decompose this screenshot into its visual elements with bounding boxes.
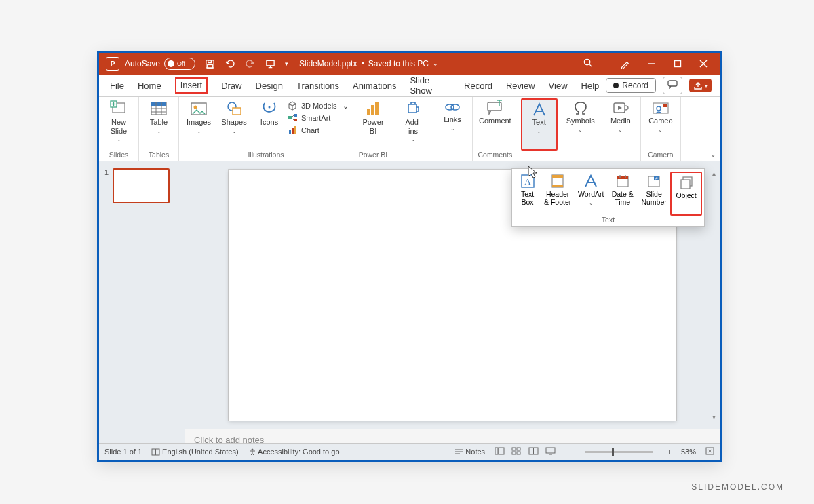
tab-draw[interactable]: Draw <box>214 75 248 96</box>
qat-more-icon[interactable]: ▾ <box>285 60 288 67</box>
notes-toggle[interactable]: Notes <box>454 448 485 456</box>
normal-view-icon[interactable] <box>495 447 505 457</box>
powerbi-button[interactable]: Power BI <box>356 98 390 148</box>
chart-button[interactable]: Chart <box>288 125 350 135</box>
title-dropdown-icon[interactable]: ⌄ <box>433 60 438 67</box>
svg-rect-32 <box>294 126 296 134</box>
svg-line-29 <box>292 118 294 120</box>
svg-rect-54 <box>517 448 520 450</box>
object-button[interactable]: Object <box>670 172 702 216</box>
svg-rect-70 <box>617 176 628 179</box>
tab-transitions[interactable]: Transitions <box>290 75 346 96</box>
search-icon[interactable] <box>583 58 593 70</box>
maximize-button[interactable] <box>674 60 682 68</box>
table-icon <box>150 100 168 117</box>
addins-icon <box>404 100 422 117</box>
addins-button[interactable]: Add- ins⌄ <box>396 98 430 148</box>
dropdown-group-label: Text <box>512 216 704 226</box>
symbols-button[interactable]: Symbols⌄ <box>563 98 598 148</box>
zoom-slider[interactable] <box>585 451 653 453</box>
filename: SlideModel.pptx <box>299 59 357 69</box>
table-button[interactable]: Table⌄ <box>142 98 176 148</box>
text-dropdown-button[interactable]: Text⌄ <box>521 98 558 151</box>
vertical-scrollbar[interactable]: ▴▾ <box>710 170 718 421</box>
images-button[interactable]: Images⌄ <box>182 98 216 148</box>
slideshow-view-icon[interactable] <box>545 447 556 457</box>
autosave-toggle[interactable]: AutoSave Off <box>125 58 195 70</box>
mouse-cursor-icon <box>527 165 539 180</box>
smartart-button[interactable]: SmartArt <box>288 113 350 123</box>
tab-slideshow[interactable]: Slide Show <box>403 75 457 96</box>
tab-home[interactable]: Home <box>131 75 168 96</box>
wordart-icon <box>583 174 598 189</box>
text-icon <box>531 102 547 117</box>
ribbon-group-illustrations: Images⌄ Shapes⌄ Icons 3D Models⌄ SmartAr… <box>179 97 353 161</box>
pen-icon[interactable] <box>620 59 630 69</box>
sorter-view-icon[interactable] <box>511 447 522 457</box>
shapes-button[interactable]: Shapes⌄ <box>217 98 251 148</box>
autosave-label: AutoSave <box>125 59 160 69</box>
toggle-switch[interactable]: Off <box>164 58 195 70</box>
comment-icon <box>486 100 505 115</box>
svg-rect-35 <box>375 102 379 115</box>
redo-icon[interactable] <box>245 59 256 69</box>
slide-thumbnail-1[interactable]: 1 <box>104 168 179 203</box>
quick-access-toolbar: ▾ <box>205 59 288 69</box>
share-button[interactable]: ▾ <box>689 79 712 92</box>
3d-models-button[interactable]: 3D Models⌄ <box>288 101 350 111</box>
app-icon: P <box>106 57 119 71</box>
status-bar: Slide 1 of 1 English (United States) Acc… <box>99 443 720 460</box>
cameo-button[interactable]: Cameo⌄ <box>644 98 678 148</box>
media-button[interactable]: Media⌄ <box>604 98 638 148</box>
close-button[interactable] <box>699 60 708 68</box>
tab-insert[interactable]: Insert <box>168 75 215 96</box>
title-bar: P AutoSave Off ▾ SlideModel.pptx • Saved… <box>99 53 720 75</box>
tab-file[interactable]: File <box>103 75 131 96</box>
object-icon <box>679 175 694 190</box>
autosave-state: Off <box>177 60 185 67</box>
svg-rect-6 <box>675 61 681 67</box>
tab-animations[interactable]: Animations <box>346 75 403 96</box>
date-time-button[interactable]: Date & Time <box>607 172 638 216</box>
title-text: SlideModel.pptx • Saved to this PC ⌄ <box>299 59 438 69</box>
ribbon-group-slides: New Slide⌄ Slides <box>99 97 139 161</box>
minimize-button[interactable] <box>648 60 656 68</box>
svg-rect-9 <box>668 81 677 86</box>
saved-state: Saved to this PC <box>368 59 429 69</box>
svg-rect-25 <box>288 116 292 119</box>
ribbon-group-links: Links⌄ <box>433 97 473 161</box>
tab-design[interactable]: Design <box>249 75 290 96</box>
comment-button[interactable]: Comment <box>476 98 515 148</box>
undo-icon[interactable] <box>225 59 235 69</box>
record-button[interactable]: Record <box>606 78 656 93</box>
tab-view[interactable]: View <box>542 75 575 96</box>
svg-rect-68 <box>552 185 563 187</box>
header-footer-button[interactable]: Header & Footer <box>541 172 575 216</box>
wordart-button[interactable]: WordArt⌄ <box>575 172 607 216</box>
comments-pane-button[interactable] <box>663 77 682 94</box>
save-icon[interactable] <box>205 59 215 69</box>
tab-review[interactable]: Review <box>499 75 542 96</box>
reading-view-icon[interactable] <box>528 447 539 457</box>
links-button[interactable]: Links⌄ <box>435 98 469 148</box>
links-icon <box>444 100 461 114</box>
ribbon-insert: New Slide⌄ Slides Table⌄ Tables Images⌄ … <box>99 97 720 161</box>
language-status[interactable]: English (United States) <box>151 448 239 456</box>
present-icon[interactable] <box>265 59 275 69</box>
accessibility-status[interactable]: Accessibility: Good to go <box>248 448 340 456</box>
svg-rect-30 <box>289 130 291 134</box>
slide-number-button[interactable]: # Slide Number <box>638 172 670 216</box>
zoom-in-icon[interactable]: + <box>667 448 672 456</box>
new-slide-icon <box>110 100 128 117</box>
fit-to-window-icon[interactable] <box>705 447 714 457</box>
svg-rect-55 <box>512 452 516 454</box>
thumbnail-preview <box>113 168 170 203</box>
ribbon-collapse-icon[interactable]: ⌄ <box>710 151 716 158</box>
icons-button[interactable]: Icons <box>252 98 286 148</box>
ribbon-group-symbols: Symbols⌄ <box>560 97 601 161</box>
tab-record[interactable]: Record <box>457 75 499 96</box>
new-slide-button[interactable]: New Slide⌄ <box>102 98 136 148</box>
powerpoint-window: P AutoSave Off ▾ SlideModel.pptx • Saved… <box>97 51 722 462</box>
zoom-out-icon[interactable]: − <box>565 448 569 456</box>
tab-help[interactable]: Help <box>575 75 606 96</box>
